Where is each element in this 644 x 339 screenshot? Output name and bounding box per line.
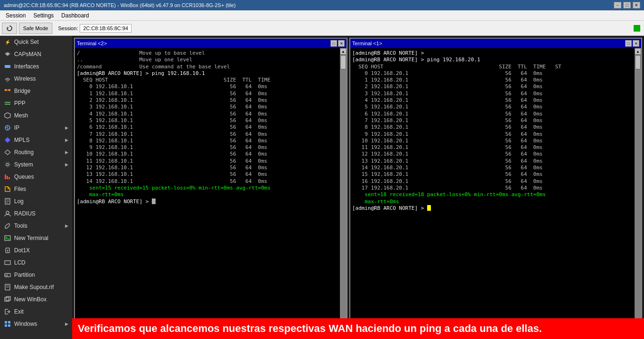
exit-icon [4,308,11,315]
terminal-2-scroll-up[interactable]: ▲ [340,48,347,55]
sidebar-label-interfaces: Interfaces [14,63,39,70]
sidebar-item-mpls[interactable]: MPLS ▶ [0,134,72,146]
lcd-icon [4,259,11,266]
sidebar-item-files[interactable]: Files [0,183,72,195]
reconnect-button[interactable] [2,23,17,34]
terminal-1-title: Terminal <1> [352,41,625,46]
sidebar-item-system[interactable]: System ▶ [0,158,72,171]
terminal-1-close-button[interactable]: ✕ [633,40,639,47]
sidebar-item-wireless[interactable]: Wireless [0,73,72,85]
sidebar-item-bridge[interactable]: Bridge [0,85,72,97]
connection-status-indicator [634,25,640,32]
sidebar-item-interfaces[interactable]: Interfaces [0,60,72,73]
menu-settings[interactable]: Settings [30,11,58,20]
maximize-button[interactable]: □ [623,2,631,8]
terminal-1-scroll-track[interactable] [635,55,641,330]
sidebar-item-ppp[interactable]: PPP [0,97,72,109]
sidebar-label-bridge: Bridge [14,88,31,94]
terminal-1-maximize-button[interactable]: □ [625,40,632,47]
sidebar-item-tools[interactable]: Tools ▶ [0,220,72,232]
svg-marker-0 [7,27,9,29]
sidebar-item-queues[interactable]: Queues [0,171,72,183]
svg-rect-3 [7,65,8,68]
svg-rect-18 [7,176,8,179]
terminal-2-scroll-track[interactable] [340,55,347,330]
radius-icon [4,210,11,217]
new-terminal-icon [4,234,11,242]
sidebar-item-quick-set[interactable]: ⚡ Quick Set [0,36,72,48]
mesh-icon [4,112,11,119]
svg-rect-4 [8,65,10,68]
session-label: Session: [58,25,78,31]
terminal-2-scrollbar[interactable]: ▲ ▼ [340,48,347,336]
svg-rect-42 [5,324,7,327]
terminal-1-content: [admin@RB ARCO NORTE] > [admin@RB ARCO N… [352,50,633,212]
windows-arrow: ▶ [65,322,68,326]
menu-dashboard[interactable]: Dashboard [58,11,93,20]
sidebar-item-exit[interactable]: Exit [0,306,72,318]
sidebar-label-queues: Queues [14,174,34,180]
terminal-2-controls: □ ✕ [330,40,345,47]
sidebar-item-lcd[interactable]: LCD [0,256,72,269]
sidebar-item-new-winbox[interactable]: New WinBox [0,293,72,306]
sidebar-item-windows[interactable]: Windows ▶ [0,318,72,330]
sidebar-label-lcd: LCD [14,259,25,266]
system-icon [4,161,11,168]
terminal-1-scrollbar[interactable]: ▲ ▼ [635,48,641,336]
svg-point-34 [6,275,7,276]
sidebar-label-mpls: MPLS [14,137,30,143]
sidebar-item-ip[interactable]: IP ▶ [0,122,72,134]
terminal-1-body: [admin@RB ARCO NORTE] > [admin@RB ARCO N… [350,48,635,336]
bridge-icon [4,87,11,95]
tools-icon [4,222,11,230]
sidebar-item-mesh[interactable]: Mesh [0,109,72,122]
menu-session[interactable]: Session [2,11,30,20]
partition-icon [4,271,11,279]
close-button[interactable]: ✕ [633,2,640,8]
sidebar-label-new-winbox: New WinBox [14,296,47,303]
sidebar: ⚡ Quick Set CAPsMAN Interfaces Wireless [0,36,72,339]
ppp-icon [4,99,11,107]
terminal-1-scroll-up[interactable]: ▲ [635,48,641,55]
sidebar-label-tools: Tools [14,223,27,229]
terminal-2-window: Terminal <2> □ ✕ / Move up to base level… [74,38,347,337]
quick-set-icon: ⚡ [4,38,11,46]
sidebar-item-log[interactable]: Log [0,195,72,207]
sidebar-item-new-terminal[interactable]: New Terminal [0,232,72,244]
svg-marker-11 [5,113,10,118]
terminal-2-maximize-button[interactable]: □ [330,40,337,47]
sidebar-label-log: Log [14,198,24,205]
sidebar-item-make-supout[interactable]: Make Supout.rif [0,281,72,293]
capsman-icon [4,50,11,58]
files-icon [4,185,11,193]
windows-label: Windows [14,321,37,327]
log-icon [4,198,11,205]
svg-rect-41 [8,321,10,323]
terminal-1-window: Terminal <1> □ ✕ [admin@RB ARCO NORTE] >… [349,38,642,337]
sidebar-item-radius[interactable]: RADIUS [0,207,72,220]
sidebar-item-dot1x[interactable]: Dot1X [0,244,72,256]
sidebar-label-wireless: Wireless [14,75,36,82]
terminal-1-titlebar: Terminal <1> □ ✕ [350,39,641,48]
svg-rect-40 [5,321,7,323]
sidebar-item-capsman[interactable]: CAPsMAN [0,48,72,60]
terminal-2-titlebar: Terminal <2> □ ✕ [75,39,347,48]
sidebar-item-partition[interactable]: Partition [0,269,72,281]
minimize-button[interactable]: − [614,2,621,8]
queues-icon [4,173,11,181]
terminal-1-controls: □ ✕ [625,40,639,47]
terminal-2-cursor [152,198,156,204]
toolbar: Safe Mode Session: 2C:C8:1B:65:8C:94 [0,21,644,36]
interfaces-icon [4,63,11,70]
sidebar-item-routing[interactable]: Routing ▶ [0,146,72,158]
sidebar-label-quick-set: Quick Set [14,39,39,45]
system-arrow: ▶ [65,162,68,167]
safe-mode-button[interactable]: Safe Mode [19,23,52,34]
terminal-2-close-button[interactable]: ✕ [338,40,345,47]
terminal-2-scroll-thumb [340,55,346,69]
sidebar-label-system: System [14,161,33,168]
svg-rect-38 [5,298,9,301]
titlebar: admin@2C:C8:1B:65:8C:94 (RB ARCO NORTE) … [0,0,644,10]
reconnect-icon [6,25,13,32]
routing-arrow: ▶ [65,150,68,155]
